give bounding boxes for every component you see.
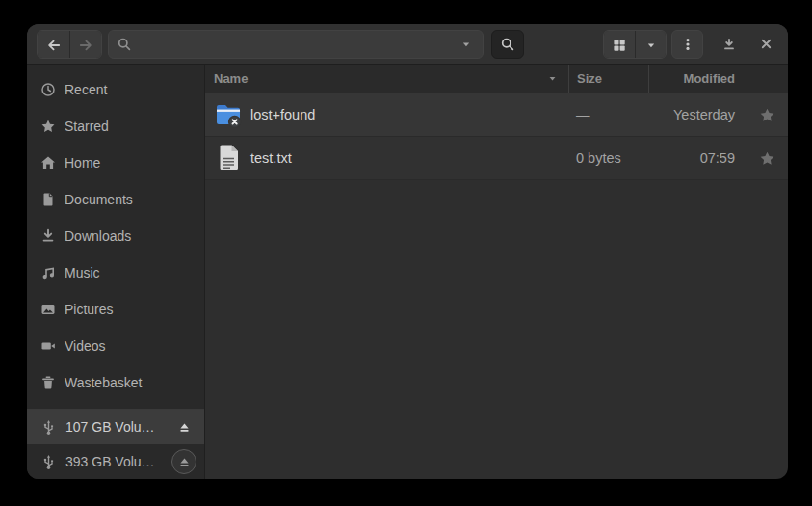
volume-label: 107 GB Volu…	[65, 419, 155, 435]
file-modified: 07:59	[648, 150, 747, 166]
close-button[interactable]	[753, 32, 778, 57]
wastebasket-icon	[40, 375, 56, 390]
file-list-pane: Name Size Modified	[205, 65, 788, 479]
file-name-cell: test.txt	[205, 143, 568, 173]
documents-icon	[40, 192, 56, 207]
sidebar-item-music[interactable]: Music	[27, 254, 204, 291]
column-header-name[interactable]: Name	[205, 65, 568, 93]
music-icon	[40, 265, 56, 280]
arrow-right-icon	[78, 38, 93, 53]
view-options-button[interactable]	[635, 31, 666, 59]
file-size: —	[568, 107, 648, 122]
file-row-lost-found[interactable]: lost+found — Yesterday	[205, 93, 788, 137]
sort-indicator-icon[interactable]	[546, 72, 559, 85]
file-manager-window: Recent Starred Home Documents	[27, 24, 788, 479]
starred-icon	[40, 119, 56, 134]
grid-icon	[612, 38, 627, 53]
hamburger-menu-button[interactable]	[671, 30, 703, 59]
file-name: test.txt	[250, 150, 292, 166]
column-header-star	[747, 65, 788, 93]
folder-no-access-icon	[213, 99, 244, 130]
star-toggle[interactable]	[747, 107, 788, 123]
sidebar-item-wastebasket[interactable]: Wastebasket	[27, 364, 204, 401]
chevron-down-icon	[644, 39, 658, 52]
minimize-icon	[721, 37, 737, 52]
column-label: Size	[577, 71, 602, 86]
file-size: 0 bytes	[568, 150, 648, 166]
navigation-buttons	[37, 30, 102, 59]
sidebar: Recent Starred Home Documents	[27, 65, 205, 479]
sidebar-item-label: Videos	[65, 338, 106, 354]
file-row-test-txt[interactable]: test.txt 0 bytes 07:59	[205, 137, 788, 180]
sidebar-item-label: Pictures	[65, 302, 114, 317]
volume-label: 393 GB Volu…	[65, 454, 155, 469]
sidebar-item-starred[interactable]: Starred	[27, 108, 204, 145]
sidebar-item-label: Music	[65, 265, 100, 280]
usb-drive-icon	[40, 419, 57, 436]
chevron-down-icon[interactable]	[459, 38, 475, 51]
file-name-cell: lost+found	[205, 99, 568, 130]
search-icon	[117, 37, 132, 52]
sidebar-item-label: Downloads	[65, 228, 131, 244]
headerbar	[27, 24, 788, 65]
sidebar-item-videos[interactable]: Videos	[27, 328, 204, 364]
file-name: lost+found	[250, 107, 315, 122]
pictures-icon	[40, 302, 56, 317]
kebab-menu-icon	[680, 37, 695, 52]
home-icon	[40, 155, 56, 171]
arrow-left-icon	[46, 38, 62, 53]
sidebar-item-label: Recent	[65, 82, 107, 97]
search-icon	[500, 37, 515, 52]
eject-icon	[177, 420, 192, 435]
sidebar-item-label: Home	[65, 155, 100, 171]
column-label: Modified	[684, 71, 735, 86]
sidebar-item-label: Starred	[65, 119, 109, 134]
location-search-entry[interactable]	[108, 30, 484, 59]
back-button[interactable]	[38, 31, 69, 59]
sidebar-item-pictures[interactable]: Pictures	[27, 291, 204, 328]
minimize-button[interactable]	[717, 32, 742, 57]
eject-button[interactable]	[171, 449, 196, 474]
recent-icon	[40, 82, 56, 97]
list-header: Name Size Modified	[205, 65, 788, 93]
sidebar-item-label: Wastebasket	[65, 375, 142, 390]
sidebar-item-label: Documents	[65, 192, 133, 207]
search-toggle-button[interactable]	[491, 30, 524, 59]
close-icon	[759, 37, 773, 51]
grid-view-button[interactable]	[604, 31, 635, 59]
star-toggle[interactable]	[747, 150, 788, 167]
view-switcher	[603, 30, 667, 59]
sidebar-item-downloads[interactable]: Downloads	[27, 218, 204, 254]
column-header-size[interactable]: Size	[568, 65, 648, 93]
sidebar-volume-107gb[interactable]: 107 GB Volu…	[27, 410, 204, 444]
column-header-modified[interactable]: Modified	[648, 65, 747, 93]
sidebar-item-recent[interactable]: Recent	[27, 71, 204, 108]
search-input[interactable]	[132, 37, 459, 52]
usb-drive-icon	[40, 454, 57, 470]
videos-icon	[40, 338, 56, 354]
eject-icon	[177, 455, 192, 469]
file-modified: Yesterday	[648, 107, 747, 122]
sidebar-item-documents[interactable]: Documents	[27, 181, 204, 218]
sidebar-volume-393gb[interactable]: 393 GB Volu…	[27, 444, 204, 479]
text-file-icon	[213, 143, 244, 173]
downloads-icon	[40, 228, 56, 244]
column-label: Name	[214, 71, 248, 86]
sidebar-item-home[interactable]: Home	[27, 145, 204, 181]
eject-button[interactable]	[171, 414, 196, 439]
forward-button[interactable]	[69, 31, 101, 59]
